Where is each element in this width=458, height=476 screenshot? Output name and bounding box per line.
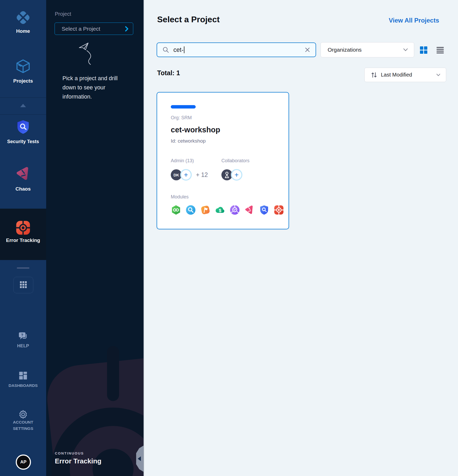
sidebar-item-error-tracking[interactable]: [0, 220, 46, 236]
project-org: Org: SRM: [171, 115, 192, 121]
chevron-down-icon: [403, 48, 408, 52]
sidebar-item-chaos[interactable]: [0, 166, 46, 182]
sidebar-item-security-tests[interactable]: [0, 119, 46, 135]
projects-cube-icon: [0, 58, 46, 74]
settings-gear-icon: [0, 409, 46, 419]
module-grid-button[interactable]: [13, 277, 33, 293]
main-content: Select a Project View All Projects cet- …: [143, 0, 458, 476]
search-icon: [162, 46, 169, 53]
home-icon: [0, 9, 46, 26]
project-selector-button[interactable]: Select a Project: [55, 23, 133, 35]
sort-select[interactable]: Last Modified: [364, 68, 446, 82]
chevron-down-icon: [436, 73, 441, 77]
collaborator-avatars: +: [221, 169, 242, 181]
sidebar-item-account-settings-label-1: ACCOUNT: [0, 420, 46, 425]
security-tests-icon: [259, 205, 269, 215]
svg-text:$: $: [219, 208, 221, 213]
organizations-filter-select[interactable]: Organizations: [321, 42, 414, 57]
sidebar-item-account-settings-label-2: SETTINGS: [0, 426, 46, 431]
sidebar-divider: [0, 114, 46, 115]
clear-search-icon[interactable]: [305, 47, 310, 53]
sidebar-dash-divider: [17, 267, 29, 269]
project-selector-value: Select a Project: [62, 26, 100, 32]
admin-overflow-count: + 12: [196, 171, 208, 178]
grid-view-toggle[interactable]: [419, 46, 428, 55]
sidebar-item-account-settings[interactable]: [0, 409, 46, 419]
sidebar-item-projects[interactable]: [0, 58, 46, 74]
page-title: Select a Project: [157, 15, 220, 24]
add-collaborator-button[interactable]: +: [231, 169, 242, 181]
total-count: Total: 1: [157, 69, 180, 77]
admin-avatars: DK + + 12: [171, 169, 208, 181]
sidebar-item-security-tests-label: Security Tests: [0, 139, 46, 144]
project-card[interactable]: Org: SRM cet-workshop Id: cetworkshop Ad…: [157, 92, 289, 229]
project-color-bar: [171, 105, 196, 109]
sidebar-item-error-tracking-label: Error Tracking: [0, 237, 46, 243]
collapse-left-icon: [138, 456, 141, 461]
person-icon: [222, 170, 232, 180]
module-kicker: CONTINUOUS: [55, 451, 84, 455]
dashboards-icon: [0, 371, 46, 381]
sidebar-item-help-label: HELP: [0, 343, 46, 349]
sort-arrows-icon: [371, 72, 377, 78]
error-tracking-icon: [274, 205, 284, 215]
list-view-toggle[interactable]: [436, 46, 445, 55]
chevron-right-icon: [125, 26, 129, 32]
user-avatar[interactable]: AP: [16, 455, 31, 470]
list-view-icon: [436, 46, 444, 54]
search-value: cet-: [173, 46, 183, 53]
organizations-filter-value: Organizations: [328, 47, 362, 53]
module-icons-row: $: [171, 205, 284, 215]
sidebar-item-chaos-label: Chaos: [0, 186, 46, 192]
paper-plane-doodle-icon: [78, 42, 97, 67]
grid-view-icon: [419, 46, 428, 54]
security-shield-icon: [0, 119, 46, 135]
text-caret: [184, 46, 184, 53]
chaos-pinwheel-icon: [0, 166, 46, 182]
module-sidebar: Home Projects Secu: [0, 0, 46, 476]
cloud-cost-icon: $: [215, 205, 225, 215]
sidebar-item-projects-label: Projects: [0, 78, 46, 84]
admin-label: Admin (13): [171, 158, 194, 164]
help-chat-icon: ?: [0, 331, 46, 342]
svg-text:?: ?: [21, 333, 23, 337]
module-grid-icon: [19, 280, 28, 290]
empty-state-hint: Pick a project and drill down to see you…: [62, 74, 123, 101]
sidebar-item-home[interactable]: [0, 9, 46, 26]
project-scope-panel: Project Select a Project Pick a project …: [46, 0, 143, 476]
feature-flags-icon: [200, 205, 211, 215]
sidebar-divider: [0, 98, 46, 98]
cd-search-icon: [185, 205, 196, 215]
sort-value: Last Modified: [381, 72, 412, 78]
add-admin-button[interactable]: +: [180, 169, 192, 181]
project-name: cet-workshop: [171, 126, 220, 134]
project-panel-label: Project: [55, 11, 71, 17]
ci-icon: [171, 205, 181, 215]
error-tracking-target-icon: [0, 220, 46, 236]
sidebar-item-home-label: Home: [0, 28, 46, 34]
user-avatar-initials: AP: [20, 459, 26, 465]
app-window: Home Projects Secu: [0, 0, 458, 476]
collaborators-label: Collaborators: [221, 158, 249, 164]
view-all-projects-link[interactable]: View All Projects: [389, 17, 439, 24]
sidebar-item-help[interactable]: ?: [0, 331, 46, 342]
search-input[interactable]: cet-: [157, 42, 316, 57]
module-title: Error Tracking: [55, 457, 102, 465]
modules-label: Modules: [171, 194, 189, 200]
sidebar-item-dashboards[interactable]: [0, 371, 46, 381]
project-id: Id: cetworkshop: [171, 138, 206, 144]
sidebar-item-dashboards-label: DASHBOARDS: [0, 383, 46, 388]
service-reliability-icon: [230, 205, 240, 215]
error-tracking-watermark: [46, 301, 143, 476]
chaos-icon: [244, 205, 255, 215]
scroll-up-icon[interactable]: [20, 104, 26, 107]
